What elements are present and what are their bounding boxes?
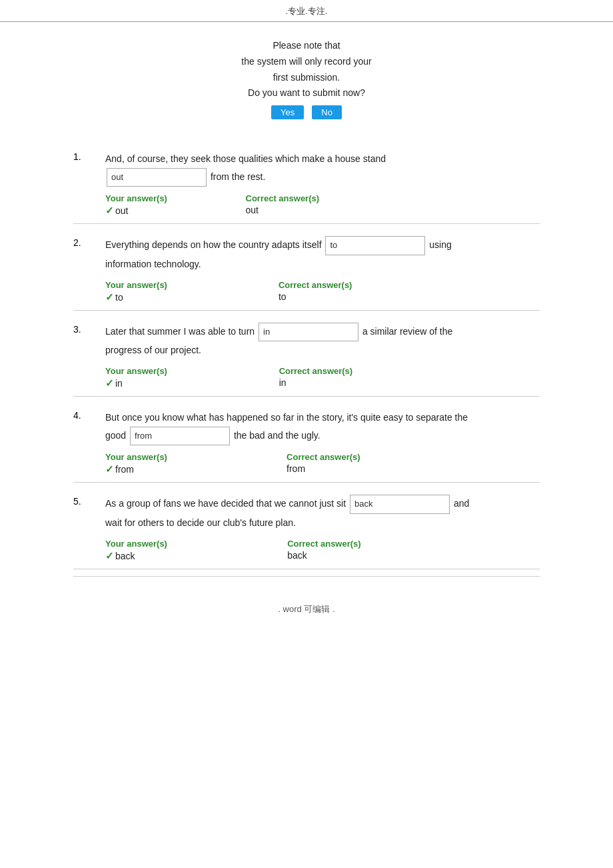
q1-blank[interactable]: out	[107, 168, 207, 187]
q4-correct-label: Correct answer(s)	[287, 452, 468, 462]
question-3: 3. Later that summer I was able to turn …	[73, 311, 540, 397]
q4-your-answer-col: Your answer(s) ✓ from	[105, 452, 287, 475]
notice-line4: Do you want to submit now?	[0, 85, 613, 101]
q1-check-icon: ✓	[105, 205, 114, 217]
q4-correct-answer-col: Correct answer(s) from	[287, 452, 468, 475]
q1-your-answer-col: Your answer(s) ✓ out	[105, 193, 246, 217]
q3-number: 3.	[73, 323, 88, 389]
q4-answers: Your answer(s) ✓ from Correct answer(s) …	[105, 452, 468, 475]
q1-answers: Your answer(s) ✓ out Correct answer(s) o…	[105, 193, 386, 217]
q3-check-icon: ✓	[105, 377, 114, 389]
q2-answers: Your answer(s) ✓ to Correct answer(s) to	[105, 280, 452, 303]
q5-check-icon: ✓	[105, 550, 114, 562]
q2-your-value: ✓ to	[105, 291, 279, 303]
q4-before: But once you know what has happened so f…	[105, 412, 468, 423]
q2-after2: information technology.	[105, 259, 201, 269]
q5-blank[interactable]: back	[350, 495, 450, 514]
q5-your-value: ✓ back	[105, 550, 287, 562]
q5-correct-answer-col: Correct answer(s) back	[287, 539, 469, 562]
q1-after: from the rest.	[211, 171, 265, 182]
q2-check-icon: ✓	[105, 291, 114, 303]
q4-number: 4.	[73, 409, 88, 475]
q3-your-label: Your answer(s)	[105, 366, 279, 376]
q4-check-icon: ✓	[105, 463, 114, 475]
notice-box: Please note that the system will only re…	[0, 22, 613, 126]
q1-your-label: Your answer(s)	[105, 193, 246, 203]
q2-your-answer-col: Your answer(s) ✓ to	[105, 280, 279, 303]
question-2: 2. Everything depends on how the country…	[73, 224, 540, 310]
no-button[interactable]: No	[312, 105, 342, 119]
q1-correct-answer-col: Correct answer(s) out	[246, 193, 386, 217]
q1-your-value: ✓ out	[105, 205, 246, 217]
q5-correct-label: Correct answer(s)	[287, 539, 469, 549]
q3-your-value: ✓ in	[105, 377, 279, 389]
q5-sentence: As a group of fans we have decided that …	[105, 495, 469, 531]
q5-number: 5.	[73, 495, 88, 561]
q3-correct-value: in	[279, 377, 453, 388]
q4-after: the bad and the ugly.	[234, 430, 320, 441]
q4-correct-value: from	[287, 463, 468, 474]
q5-after: wait for others to decide our club's fut…	[105, 517, 296, 528]
notice-line3: first submission.	[0, 70, 613, 86]
q2-after: using	[429, 240, 451, 251]
q1-correct-label: Correct answer(s)	[246, 193, 386, 203]
q2-correct-answer-col: Correct answer(s) to	[279, 280, 452, 303]
q3-blank[interactable]: in	[259, 323, 358, 342]
question-5: 5. As a group of fans we have decided th…	[73, 483, 540, 569]
q3-before: Later that summer I was able to turn	[105, 326, 255, 337]
questions-area: 1. And, of course, they seek those quali…	[0, 126, 613, 575]
q1-sentence: And, of course, they seek those qualitie…	[105, 150, 386, 187]
q4-sentence: But once you know what has happened so f…	[105, 409, 468, 445]
yes-button[interactable]: Yes	[271, 105, 304, 119]
q4-your-value: ✓ from	[105, 463, 287, 475]
q5-your-label: Your answer(s)	[105, 539, 287, 549]
q5-your-answer-col: Your answer(s) ✓ back	[105, 539, 287, 562]
q3-correct-label: Correct answer(s)	[279, 366, 453, 376]
q2-number: 2.	[73, 236, 88, 303]
header-brand: .专业.专注.	[0, 0, 613, 22]
question-1: 1. And, of course, they seek those quali…	[73, 138, 540, 224]
q5-correct-value: back	[287, 550, 469, 561]
q2-sentence: Everything depends on how the country ad…	[105, 236, 452, 273]
q1-before: And, of course, they seek those qualitie…	[105, 153, 386, 164]
q2-blank[interactable]: to	[325, 236, 425, 255]
q1-correct-value: out	[246, 205, 386, 215]
q4-your-label: Your answer(s)	[105, 452, 287, 462]
q5-before: As a group of fans we have decided that …	[105, 498, 346, 509]
question-4: 4. But once you know what has happened s…	[73, 397, 540, 483]
q3-after2: progress of our project.	[105, 345, 201, 355]
q3-sentence: Later that summer I was able to turn in …	[105, 323, 452, 359]
q4-blank[interactable]: from	[130, 427, 230, 446]
notice-line1: Please note that	[0, 38, 613, 54]
q1-number: 1.	[73, 150, 88, 217]
q4-good: good	[105, 430, 129, 441]
q3-correct-answer-col: Correct answer(s) in	[279, 366, 453, 389]
footer-text: . word 可编辑 .	[278, 604, 334, 614]
q2-correct-value: to	[279, 291, 452, 302]
q3-after: a similar review of the	[362, 326, 452, 337]
footer: . word 可编辑 .	[0, 583, 613, 622]
notice-line2: the system will only record your	[0, 54, 613, 70]
q2-your-label: Your answer(s)	[105, 280, 279, 290]
q5-answers: Your answer(s) ✓ back Correct answer(s) …	[105, 539, 469, 562]
q5-and: and	[454, 498, 469, 509]
q2-correct-label: Correct answer(s)	[279, 280, 452, 290]
q2-before: Everything depends on how the country ad…	[105, 240, 322, 251]
q3-your-answer-col: Your answer(s) ✓ in	[105, 366, 279, 389]
q3-answers: Your answer(s) ✓ in Correct answer(s) in	[105, 366, 452, 389]
